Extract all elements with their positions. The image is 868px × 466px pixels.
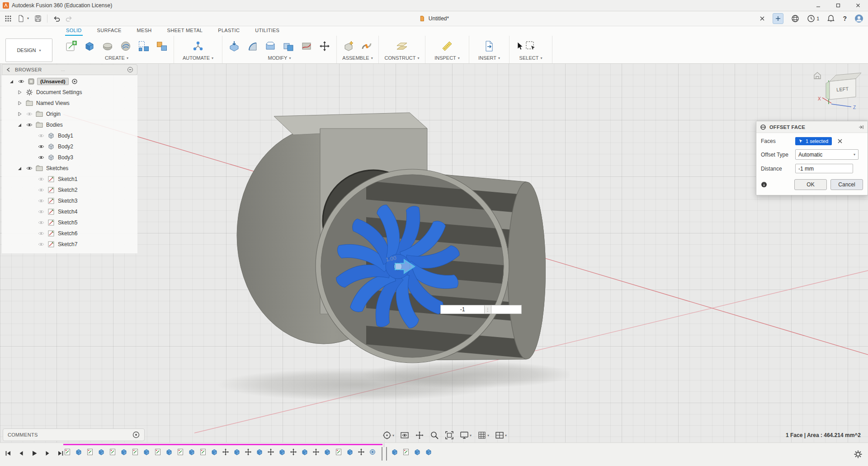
shell-button[interactable]	[262, 38, 278, 54]
insert-doc-button[interactable]	[481, 38, 497, 54]
timeline-feature-extrude[interactable]	[97, 447, 105, 456]
timeline-feature-extrude[interactable]	[142, 447, 151, 456]
faces-selection-chip[interactable]: 1 selected	[795, 137, 832, 145]
browser-item-named-views[interactable]: Named Views	[2, 98, 137, 109]
nav-pan-button[interactable]	[415, 431, 424, 440]
visibility-eye-icon[interactable]	[25, 121, 33, 128]
minimize-button[interactable]	[808, 0, 828, 11]
timeline-feature-sketch[interactable]	[402, 447, 410, 456]
timeline-feature-extrude[interactable]	[323, 447, 331, 456]
notifications-bell-icon[interactable]	[827, 14, 835, 23]
playback-play-button[interactable]	[30, 449, 39, 458]
browser-item-sketches[interactable]: Sketches	[2, 163, 137, 174]
visibility-eye-icon[interactable]	[37, 241, 45, 248]
timeline-feature-extrude[interactable]	[425, 447, 433, 456]
panel-minimize-icon[interactable]	[127, 67, 133, 73]
timeline-feature-extrude[interactable]	[188, 447, 196, 456]
tab-close-icon[interactable]	[760, 16, 765, 21]
app-grid-menu-icon[interactable]	[5, 15, 12, 22]
ribbon-group-label-automate[interactable]: AUTOMATE▾	[183, 55, 213, 62]
help-icon[interactable]: ?	[843, 15, 847, 22]
ribbon-tab-mesh[interactable]: MESH	[136, 26, 153, 36]
visibility-eye-icon[interactable]	[37, 143, 45, 150]
model-3d[interactable]: 1.00	[212, 104, 570, 403]
timeline-settings-gear-icon[interactable]	[854, 450, 863, 459]
timeline-feature-sketch[interactable]	[335, 447, 343, 456]
visibility-eye-icon[interactable]	[37, 176, 45, 183]
browser-item-sketch6[interactable]: Sketch6	[2, 228, 137, 239]
expander-closed-icon[interactable]	[15, 111, 24, 117]
visibility-eye-icon[interactable]	[37, 186, 45, 194]
ribbon-group-label-select[interactable]: SELECT▾	[519, 55, 542, 62]
ribbon-group-label-assemble[interactable]: ASSEMBLE▾	[342, 55, 373, 62]
playback-step-back-button[interactable]	[17, 449, 26, 458]
automate-net-button[interactable]	[190, 38, 206, 54]
timeline-feature-extrude[interactable]	[233, 447, 241, 456]
expander-closed-icon[interactable]	[15, 100, 24, 106]
timeline-feature-extrude[interactable]	[75, 447, 83, 456]
timeline-feature-sketch[interactable]	[63, 447, 71, 456]
ribbon-group-label-insert[interactable]: INSERT▾	[478, 55, 500, 62]
close-button[interactable]	[848, 0, 868, 11]
timeline-feature-extrude[interactable]	[120, 447, 128, 456]
timeline-feature-move[interactable]	[267, 447, 275, 456]
playback-step-forward-button[interactable]	[43, 449, 52, 458]
visibility-eye-icon[interactable]	[37, 197, 45, 204]
dialog-header[interactable]: OFFSET FACE	[756, 121, 868, 133]
file-menu-icon[interactable]	[17, 15, 24, 22]
browser-item-sketch7[interactable]: Sketch7	[2, 239, 137, 250]
playback-skip-start-button[interactable]	[4, 449, 13, 458]
expander-open-icon[interactable]	[15, 122, 24, 128]
nav-viewports-button[interactable]: ▾	[495, 431, 507, 440]
combine-button[interactable]	[280, 38, 297, 54]
browser-item-document-settings[interactable]: Document Settings	[2, 87, 137, 98]
comments-bar[interactable]: COMMENTS	[3, 428, 145, 441]
nav-display-settings-button[interactable]: ▾	[460, 431, 472, 440]
new-component-button[interactable]	[340, 38, 357, 54]
undo-icon[interactable]	[53, 15, 60, 22]
nav-orbit-button[interactable]: ▾	[382, 431, 394, 440]
coil-button[interactable]	[118, 38, 134, 54]
measure-button[interactable]	[439, 38, 455, 54]
browser-item-bodies[interactable]: Bodies	[2, 119, 137, 130]
ribbon-tab-plastic[interactable]: PLASTIC	[217, 26, 241, 36]
visibility-eye-icon[interactable]	[25, 165, 33, 172]
expander-closed-icon[interactable]	[15, 89, 24, 95]
nav-fit-button[interactable]	[445, 431, 454, 440]
browser-root-item[interactable]: (Unsaved)	[2, 76, 137, 87]
browser-item-origin[interactable]: Origin	[2, 109, 137, 119]
globe-icon[interactable]	[791, 14, 799, 23]
browser-item-body2[interactable]: Body2	[2, 141, 137, 152]
press-pull-button[interactable]	[226, 38, 242, 54]
ribbon-group-label-inspect[interactable]: INSPECT▾	[434, 55, 460, 62]
view-cube[interactable]: X Z LEFT	[811, 69, 866, 114]
visibility-eye-icon[interactable]	[37, 219, 45, 226]
browser-item-sketch4[interactable]: Sketch4	[2, 206, 137, 217]
move-arrows-button[interactable]	[316, 38, 333, 54]
document-tab[interactable]: Untitled*	[419, 15, 449, 22]
new-tab-button[interactable]	[773, 13, 783, 24]
timeline-feature-sketch[interactable]	[131, 447, 139, 456]
browser-item-sketch5[interactable]: Sketch5	[2, 217, 137, 228]
ribbon-group-label-modify[interactable]: MODIFY▾	[268, 55, 291, 62]
distance-input[interactable]: -1 mm	[795, 164, 853, 173]
timeline-feature-extrude[interactable]	[255, 447, 264, 456]
offset-type-select[interactable]: Automatic ▾	[795, 149, 859, 160]
nav-grid-snaps-button[interactable]: ▾	[477, 431, 489, 440]
workspace-selector[interactable]: DESIGN ▾	[5, 38, 52, 62]
timeline-feature-sketch[interactable]	[199, 447, 207, 456]
derive-button[interactable]	[154, 38, 170, 54]
form-blob-button[interactable]	[99, 38, 116, 54]
timeline-feature-extrude[interactable]	[346, 447, 354, 456]
visibility-eye-icon[interactable]	[25, 110, 33, 118]
select-box-button[interactable]	[523, 38, 539, 54]
activate-target-icon[interactable]	[71, 78, 79, 85]
timeline-feature-extrude[interactable]	[391, 447, 399, 456]
maximize-button[interactable]	[828, 0, 848, 11]
browser-item-sketch1[interactable]: Sketch1	[2, 174, 137, 185]
timeline-feature-extrude[interactable]	[413, 447, 421, 456]
timeline-feature-move[interactable]	[312, 447, 320, 456]
nav-look-at-button[interactable]	[400, 431, 409, 440]
fillet-button[interactable]	[244, 38, 260, 54]
timeline-feature-extrude[interactable]	[165, 447, 173, 456]
